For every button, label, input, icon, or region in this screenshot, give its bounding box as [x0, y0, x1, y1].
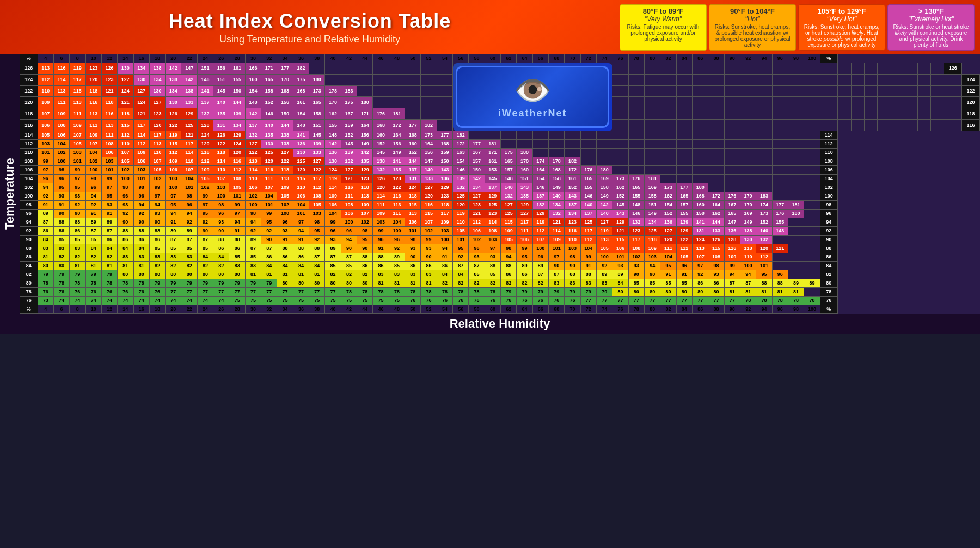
- temp-label-104: 104: [20, 175, 38, 183]
- table-row: 9689909091919292939494959697989910010110…: [20, 210, 980, 218]
- temp-label-right-76: 76: [820, 297, 838, 305]
- humidity-header-12: 12: [101, 54, 117, 63]
- humidity-header-42: 42: [341, 54, 357, 63]
- table-row: 1101011021031041061071091101121141161181…: [20, 149, 980, 157]
- humidity-footer-20: 20: [166, 305, 181, 314]
- humidity-footer-84: 84: [676, 305, 692, 314]
- risk-box-extremely-hot: > 130°F "Extremely Hot" Risks: Sunstroke…: [887, 4, 975, 51]
- humidity-header-54: 54: [437, 54, 452, 63]
- humidity-header-64: 64: [517, 54, 532, 63]
- humidity-header-86: 86: [692, 54, 708, 63]
- humidity-footer-80: 80: [645, 305, 660, 314]
- temp-label-right-116: 116: [961, 120, 979, 131]
- temp-label-right-112: 112: [820, 140, 838, 149]
- percent-label-right: %: [820, 54, 838, 63]
- table-row: 8279797979798080808080808080818181818182…: [20, 270, 980, 279]
- humidity-header-72: 72: [580, 54, 596, 63]
- temp-label-82: 82: [20, 270, 38, 279]
- very-hot-risks: Risks: Sunstroke, heat cramps, or heat e…: [803, 24, 880, 48]
- humidity-footer-64: 64: [517, 305, 532, 314]
- main-container: Heat Index Conversion Table Using Temper…: [0, 0, 980, 334]
- temp-label-right-122: 122: [961, 85, 979, 97]
- warm-range: 80°F to 89°F: [624, 7, 702, 15]
- humidity-footer-94: 94: [756, 305, 772, 314]
- humidity-header-84: 84: [676, 54, 692, 63]
- humidity-header-68: 68: [549, 54, 565, 63]
- humidity-footer-44: 44: [357, 305, 373, 314]
- temp-label-110: 110: [20, 149, 38, 157]
- temp-label-92: 92: [20, 227, 38, 236]
- temp-label-76: 76: [20, 297, 38, 305]
- table-row: 9891919292939394949596979899100101102104…: [20, 201, 980, 210]
- humidity-header-46: 46: [373, 54, 389, 63]
- temp-label-right-92: 92: [820, 227, 838, 236]
- humidity-footer-38: 38: [309, 305, 325, 314]
- humidity-footer-96: 96: [772, 305, 788, 314]
- humidity-footer-40: 40: [325, 305, 341, 314]
- humidity-footer-78: 78: [628, 305, 644, 314]
- temp-label-right-102: 102: [820, 183, 838, 192]
- humidity-header-26: 26: [213, 54, 229, 63]
- temp-label-126: 126: [20, 63, 38, 75]
- extremely-hot-risks: Risks: Sunstroke or heat stroke likely w…: [892, 24, 970, 48]
- humidity-footer-36: 36: [293, 305, 309, 314]
- temp-label-right-126: 126: [944, 63, 962, 75]
- humidity-header-22: 22: [181, 54, 197, 63]
- humidity-footer-82: 82: [660, 305, 676, 314]
- temp-label-right-124: 124: [961, 74, 979, 85]
- temp-label-118: 118: [20, 108, 38, 120]
- temp-label-122: 122: [20, 85, 38, 97]
- temp-label-right-96: 96: [820, 210, 838, 218]
- humidity-footer-42: 42: [341, 305, 357, 314]
- humidity-header-70: 70: [565, 54, 580, 63]
- humidity-footer-6: 6: [53, 305, 69, 314]
- humidity-header-88: 88: [708, 54, 724, 63]
- warm-category: "Very Warm": [624, 15, 702, 23]
- humidity-footer-60: 60: [485, 305, 500, 314]
- humidity-footer-22: 22: [181, 305, 197, 314]
- humidity-header-36: 36: [293, 54, 309, 63]
- logo-cell: 👁️ iWeatherNet: [453, 63, 612, 131]
- hot-risks: Risks: Sunstroke, heat cramps, & possibl…: [714, 24, 791, 48]
- humidity-footer-72: 72: [580, 305, 596, 314]
- humidity-header-56: 56: [453, 54, 469, 63]
- hot-range: 90°F to 104°F: [714, 7, 791, 15]
- humidity-footer-14: 14: [118, 305, 133, 314]
- table-row: 8883838384848484858585858686878788888889…: [20, 244, 980, 253]
- humidity-footer-52: 52: [421, 305, 437, 314]
- temp-label-right-80: 80: [820, 279, 838, 288]
- humidity-footer-58: 58: [469, 305, 485, 314]
- temp-label-right-108: 108: [820, 157, 838, 166]
- humidity-header-34: 34: [277, 54, 293, 63]
- humidity-footer-12: 12: [101, 305, 117, 314]
- temp-label-116: 116: [20, 120, 38, 131]
- humidity-header-14: 14: [118, 54, 133, 63]
- humidity-header-52: 52: [421, 54, 437, 63]
- humidity-header-82: 82: [660, 54, 676, 63]
- humidity-footer-28: 28: [229, 305, 245, 314]
- humidity-footer-4: 4: [38, 305, 53, 314]
- humidity-footer-30: 30: [245, 305, 261, 314]
- humidity-header-98: 98: [788, 54, 804, 63]
- extremely-hot-range: > 130°F: [892, 7, 970, 15]
- table-row: 1089910010110210310510610710911011211411…: [20, 157, 980, 166]
- table-row: 7876767676767676767777777777777777777777…: [20, 288, 980, 297]
- temp-label-right-98: 98: [820, 201, 838, 210]
- temp-label-84: 84: [20, 262, 38, 270]
- humidity-header-44: 44: [357, 54, 373, 63]
- humidity-header-16: 16: [133, 54, 149, 63]
- temp-label-right-106: 106: [820, 166, 838, 175]
- table-row: 1069798991001011021031051061071091101121…: [20, 166, 980, 175]
- y-axis-label: Temperature: [0, 54, 20, 334]
- temp-label-102: 102: [20, 183, 38, 192]
- risk-box-very-hot: 105°F to 129°F "Very Hot" Risks: Sunstro…: [798, 4, 885, 51]
- table-row: 8078787878787878797979797979797980808080…: [20, 279, 980, 288]
- humidity-header-50: 50: [405, 54, 421, 63]
- table-row: 1009293939495969697979899100101102104105…: [20, 192, 980, 201]
- percent-footer-left: %: [20, 305, 38, 314]
- humidity-header-62: 62: [501, 54, 517, 63]
- page-title: Heat Index Conversion Table: [5, 10, 614, 33]
- table-row: 1141051061071091111121141171191211241261…: [20, 131, 980, 140]
- temp-label-right-118: 118: [961, 108, 979, 120]
- temp-label-right-84: 84: [820, 262, 838, 270]
